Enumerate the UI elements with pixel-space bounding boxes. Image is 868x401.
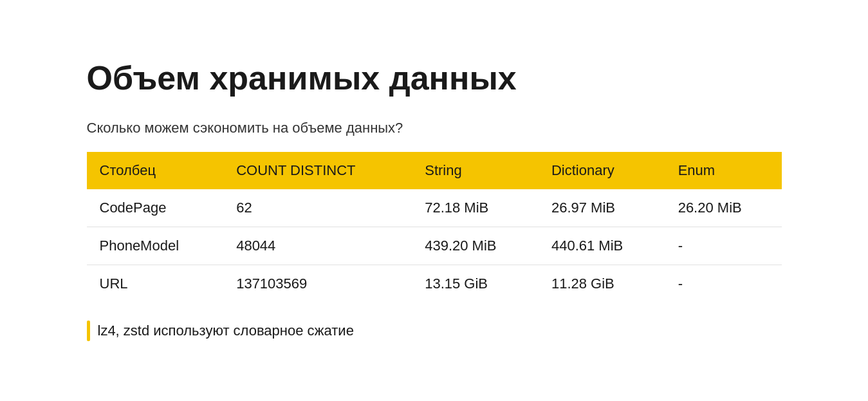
table-header-cell: String xyxy=(412,152,539,189)
table-row: CodePage6272.18 MiB26.97 MiB26.20 MiB xyxy=(87,189,782,227)
note-text: lz4, zstd используют словарное сжатие xyxy=(98,322,354,339)
table-row: PhoneModel48044439.20 MiB440.61 MiB- xyxy=(87,227,782,265)
table-header: СтолбецCOUNT DISTINCTStringDictionaryEnu… xyxy=(87,152,782,189)
note-bar xyxy=(87,321,90,341)
table-cell: - xyxy=(665,227,782,265)
table-header-cell: Dictionary xyxy=(539,152,665,189)
table-cell: 26.97 MiB xyxy=(539,189,665,227)
table-cell: 13.15 GiB xyxy=(412,265,539,303)
table-body: CodePage6272.18 MiB26.97 MiB26.20 MiBPho… xyxy=(87,189,782,303)
table-cell: - xyxy=(665,265,782,303)
table-header-cell: Enum xyxy=(665,152,782,189)
table-cell: 440.61 MiB xyxy=(539,227,665,265)
table-cell: 26.20 MiB xyxy=(665,189,782,227)
table-cell: 72.18 MiB xyxy=(412,189,539,227)
table-header-cell: Столбец xyxy=(87,152,224,189)
table-cell: CodePage xyxy=(87,189,224,227)
table-cell: 48044 xyxy=(223,227,412,265)
main-container: Объем хранимых данных Сколько можем сэко… xyxy=(48,34,820,367)
table-header-row: СтолбецCOUNT DISTINCTStringDictionaryEnu… xyxy=(87,152,782,189)
table-cell: PhoneModel xyxy=(87,227,224,265)
table-cell: 62 xyxy=(223,189,412,227)
subtitle: Сколько можем сэкономить на объеме данны… xyxy=(87,120,782,136)
data-table: СтолбецCOUNT DISTINCTStringDictionaryEnu… xyxy=(87,152,782,303)
table-cell: 137103569 xyxy=(223,265,412,303)
table-cell: 439.20 MiB xyxy=(412,227,539,265)
note-block: lz4, zstd используют словарное сжатие xyxy=(87,321,782,341)
table-cell: 11.28 GiB xyxy=(539,265,665,303)
table-cell: URL xyxy=(87,265,224,303)
page-title: Объем хранимых данных xyxy=(87,60,782,97)
table-header-cell: COUNT DISTINCT xyxy=(223,152,412,189)
table-row: URL13710356913.15 GiB11.28 GiB- xyxy=(87,265,782,303)
